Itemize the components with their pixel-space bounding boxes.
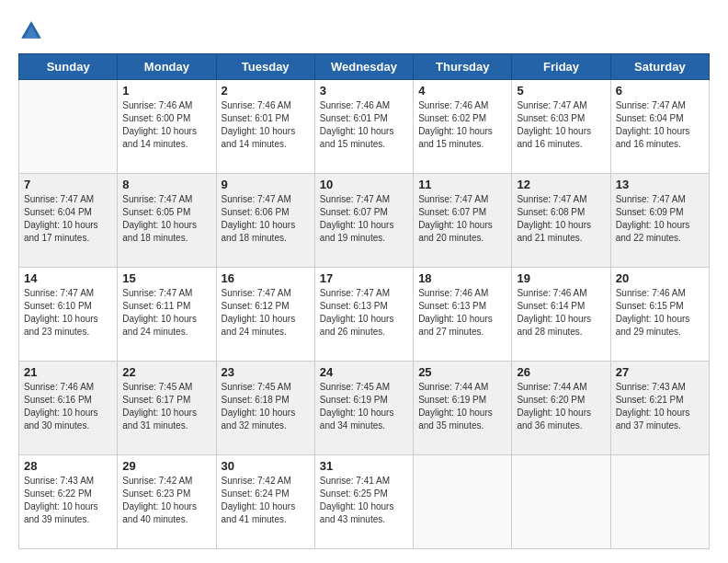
week-row-2: 7Sunrise: 7:47 AM Sunset: 6:04 PM Daylig… [19,174,710,268]
day-number: 29 [122,459,210,473]
day-info: Sunrise: 7:43 AM Sunset: 6:21 PM Dayligh… [616,381,704,432]
day-number: 15 [122,271,210,285]
calendar-cell: 31Sunrise: 7:41 AM Sunset: 6:25 PM Dayli… [314,455,413,549]
day-number: 11 [418,178,506,191]
day-info: Sunrise: 7:47 AM Sunset: 6:07 PM Dayligh… [418,193,506,245]
day-info: Sunrise: 7:47 AM Sunset: 6:05 PM Dayligh… [122,193,210,245]
day-info: Sunrise: 7:47 AM Sunset: 6:13 PM Dayligh… [320,287,408,339]
day-number: 10 [320,178,408,191]
calendar-cell: 2Sunrise: 7:46 AM Sunset: 6:01 PM Daylig… [216,80,314,174]
calendar-cell: 11Sunrise: 7:47 AM Sunset: 6:07 PM Dayli… [414,174,512,268]
calendar-cell [19,80,118,174]
calendar-cell: 28Sunrise: 7:43 AM Sunset: 6:22 PM Dayli… [19,455,118,549]
day-number: 28 [24,459,112,473]
day-number: 17 [320,271,408,285]
page: SundayMondayTuesdayWednesdayThursdayFrid… [0,0,728,563]
day-number: 13 [616,178,704,191]
calendar-cell: 13Sunrise: 7:47 AM Sunset: 6:09 PM Dayli… [610,174,709,268]
week-row-3: 14Sunrise: 7:47 AM Sunset: 6:10 PM Dayli… [19,268,710,362]
day-info: Sunrise: 7:42 AM Sunset: 6:24 PM Dayligh… [222,475,310,526]
day-number: 25 [418,365,506,379]
week-row-4: 21Sunrise: 7:46 AM Sunset: 6:16 PM Dayli… [19,362,710,455]
day-info: Sunrise: 7:43 AM Sunset: 6:22 PM Dayligh… [24,475,112,526]
day-info: Sunrise: 7:41 AM Sunset: 6:25 PM Dayligh… [320,475,408,526]
calendar-cell [414,455,512,549]
day-info: Sunrise: 7:47 AM Sunset: 6:12 PM Dayligh… [222,287,310,339]
logo [18,18,48,44]
weekday-header-saturday: Saturday [610,54,709,80]
calendar-cell: 17Sunrise: 7:47 AM Sunset: 6:13 PM Dayli… [314,268,413,362]
day-info: Sunrise: 7:46 AM Sunset: 6:01 PM Dayligh… [222,99,310,151]
day-info: Sunrise: 7:47 AM Sunset: 6:06 PM Dayligh… [222,193,310,245]
calendar-cell: 14Sunrise: 7:47 AM Sunset: 6:10 PM Dayli… [19,268,118,362]
calendar-cell: 21Sunrise: 7:46 AM Sunset: 6:16 PM Dayli… [19,362,118,455]
calendar-cell: 22Sunrise: 7:45 AM Sunset: 6:17 PM Dayli… [118,362,216,455]
day-number: 2 [222,84,310,98]
calendar-cell: 27Sunrise: 7:43 AM Sunset: 6:21 PM Dayli… [610,362,709,455]
day-number: 5 [517,84,605,98]
calendar-cell: 5Sunrise: 7:47 AM Sunset: 6:03 PM Daylig… [512,80,610,174]
day-info: Sunrise: 7:44 AM Sunset: 6:20 PM Dayligh… [517,381,605,432]
calendar-cell: 19Sunrise: 7:46 AM Sunset: 6:14 PM Dayli… [512,268,610,362]
weekday-header-sunday: Sunday [19,54,118,80]
calendar-cell: 1Sunrise: 7:46 AM Sunset: 6:00 PM Daylig… [118,80,216,174]
calendar-cell: 10Sunrise: 7:47 AM Sunset: 6:07 PM Dayli… [314,174,413,268]
day-info: Sunrise: 7:47 AM Sunset: 6:04 PM Dayligh… [616,99,704,151]
calendar-cell: 4Sunrise: 7:46 AM Sunset: 6:02 PM Daylig… [414,80,512,174]
weekday-header-thursday: Thursday [414,54,512,80]
day-info: Sunrise: 7:47 AM Sunset: 6:08 PM Dayligh… [517,193,605,245]
day-info: Sunrise: 7:46 AM Sunset: 6:02 PM Dayligh… [418,99,506,151]
day-number: 31 [320,459,408,473]
day-info: Sunrise: 7:46 AM Sunset: 6:15 PM Dayligh… [616,287,704,339]
day-info: Sunrise: 7:46 AM Sunset: 6:14 PM Dayligh… [517,287,605,339]
calendar-cell [512,455,610,549]
day-info: Sunrise: 7:45 AM Sunset: 6:19 PM Dayligh… [320,381,408,432]
day-number: 6 [616,84,704,98]
day-info: Sunrise: 7:47 AM Sunset: 6:11 PM Dayligh… [122,287,210,339]
day-number: 7 [24,178,112,191]
week-row-5: 28Sunrise: 7:43 AM Sunset: 6:22 PM Dayli… [19,455,710,549]
day-number: 30 [222,459,310,473]
day-number: 27 [616,365,704,379]
day-number: 9 [222,178,310,191]
calendar-cell: 16Sunrise: 7:47 AM Sunset: 6:12 PM Dayli… [216,268,314,362]
logo-icon [18,18,44,44]
day-info: Sunrise: 7:47 AM Sunset: 6:03 PM Dayligh… [517,99,605,151]
day-number: 20 [616,271,704,285]
day-number: 1 [122,84,210,98]
day-info: Sunrise: 7:46 AM Sunset: 6:13 PM Dayligh… [418,287,506,339]
day-info: Sunrise: 7:45 AM Sunset: 6:18 PM Dayligh… [222,381,310,432]
calendar-table: SundayMondayTuesdayWednesdayThursdayFrid… [18,53,710,549]
day-info: Sunrise: 7:46 AM Sunset: 6:16 PM Dayligh… [24,381,112,432]
calendar-cell: 9Sunrise: 7:47 AM Sunset: 6:06 PM Daylig… [216,174,314,268]
day-info: Sunrise: 7:45 AM Sunset: 6:17 PM Dayligh… [122,381,210,432]
calendar-cell: 8Sunrise: 7:47 AM Sunset: 6:05 PM Daylig… [118,174,216,268]
day-number: 4 [418,84,506,98]
calendar-cell: 18Sunrise: 7:46 AM Sunset: 6:13 PM Dayli… [414,268,512,362]
day-number: 19 [517,271,605,285]
day-number: 18 [418,271,506,285]
calendar-cell: 23Sunrise: 7:45 AM Sunset: 6:18 PM Dayli… [216,362,314,455]
calendar-cell: 3Sunrise: 7:46 AM Sunset: 6:01 PM Daylig… [314,80,413,174]
day-number: 23 [222,365,310,379]
day-number: 21 [24,365,112,379]
weekday-header-row: SundayMondayTuesdayWednesdayThursdayFrid… [19,54,710,80]
day-info: Sunrise: 7:46 AM Sunset: 6:00 PM Dayligh… [122,99,210,151]
day-number: 26 [517,365,605,379]
day-info: Sunrise: 7:46 AM Sunset: 6:01 PM Dayligh… [320,99,408,151]
calendar-cell: 25Sunrise: 7:44 AM Sunset: 6:19 PM Dayli… [414,362,512,455]
calendar-cell [610,455,709,549]
calendar-cell: 7Sunrise: 7:47 AM Sunset: 6:04 PM Daylig… [19,174,118,268]
day-number: 24 [320,365,408,379]
week-row-1: 1Sunrise: 7:46 AM Sunset: 6:00 PM Daylig… [19,80,710,174]
day-number: 14 [24,271,112,285]
weekday-header-monday: Monday [118,54,216,80]
calendar-cell: 20Sunrise: 7:46 AM Sunset: 6:15 PM Dayli… [610,268,709,362]
calendar-cell: 29Sunrise: 7:42 AM Sunset: 6:23 PM Dayli… [118,455,216,549]
calendar-cell: 15Sunrise: 7:47 AM Sunset: 6:11 PM Dayli… [118,268,216,362]
calendar-cell: 6Sunrise: 7:47 AM Sunset: 6:04 PM Daylig… [610,80,709,174]
header [18,18,710,44]
calendar-cell: 24Sunrise: 7:45 AM Sunset: 6:19 PM Dayli… [314,362,413,455]
day-info: Sunrise: 7:47 AM Sunset: 6:09 PM Dayligh… [616,193,704,245]
day-number: 3 [320,84,408,98]
